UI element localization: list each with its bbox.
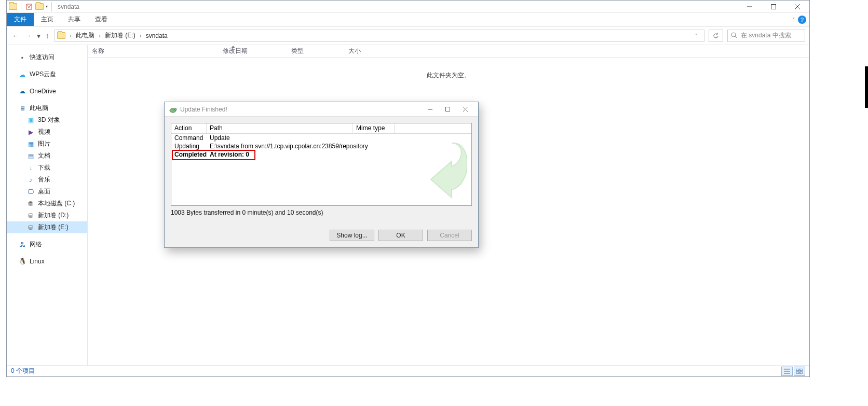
dialog-minimize-button[interactable] xyxy=(421,104,439,115)
svg-rect-17 xyxy=(445,107,450,111)
svg-line-6 xyxy=(735,36,737,38)
nav-drive-c[interactable]: ⛃本地磁盘 (C:) xyxy=(7,198,87,209)
folder-icon xyxy=(57,32,65,40)
qat-separator xyxy=(21,2,21,11)
update-log-list[interactable]: Action Path Mime type Command Update Upd… xyxy=(171,123,472,206)
col-size[interactable]: 大小 xyxy=(344,47,391,55)
list-row-completed[interactable]: Completed At revision: 0 xyxy=(171,150,471,159)
dialog-titlebar: Update Finished! xyxy=(165,102,478,117)
tab-home[interactable]: 主页 xyxy=(34,13,61,26)
view-icons-button[interactable] xyxy=(794,367,805,376)
minimize-button[interactable] xyxy=(738,1,762,13)
forward-button: → xyxy=(24,32,32,40)
refresh-button[interactable] xyxy=(709,30,723,42)
cloud-icon: ☁ xyxy=(18,71,26,79)
cropped-edge xyxy=(865,66,868,108)
breadcrumb-thispc[interactable]: 此电脑 xyxy=(76,31,94,40)
monitor-icon: 🖥 xyxy=(18,104,26,113)
back-button[interactable]: ← xyxy=(12,32,19,40)
tortoise-icon xyxy=(169,105,177,114)
showlog-button[interactable]: Show log... xyxy=(330,230,374,241)
col-name[interactable]: 名称 xyxy=(88,47,219,55)
address-row: ← → ▾ ↑ › 此电脑 › 新加卷 (E:) › svndata ˅ 在 s… xyxy=(7,26,809,45)
empty-folder-message: 此文件夹为空。 xyxy=(88,71,809,80)
svg-rect-2 xyxy=(771,4,776,9)
nav-drive-e[interactable]: ⛁新加卷 (E:) xyxy=(7,221,87,233)
nav-videos[interactable]: ▶视频 xyxy=(7,126,87,138)
nav-music[interactable]: ♪音乐 xyxy=(7,174,87,186)
svg-point-15 xyxy=(174,108,177,110)
nav-thispc[interactable]: 🖥此电脑 xyxy=(7,102,87,114)
col-mime[interactable]: Mime type xyxy=(353,123,395,133)
nav-quickaccess[interactable]: ⋆快速访问 xyxy=(7,51,87,63)
nav-linux[interactable]: 🐧Linux xyxy=(7,256,87,267)
statusbar: 0 个项目 xyxy=(7,365,809,376)
document-icon: ▤ xyxy=(26,152,35,160)
address-bar[interactable]: › 此电脑 › 新加卷 (E:) › svndata ˅ xyxy=(55,30,704,42)
breadcrumb-sep: › xyxy=(97,32,103,39)
download-icon: ↓ xyxy=(26,164,35,172)
video-icon: ▶ xyxy=(26,128,35,136)
svg-rect-13 xyxy=(800,372,803,374)
nav-drive-d[interactable]: ⛁新加卷 (D:) xyxy=(7,209,87,221)
col-path[interactable]: Path xyxy=(207,123,353,133)
address-dropdown-icon[interactable]: ˅ xyxy=(690,33,702,38)
col-type[interactable]: 类型 xyxy=(287,47,344,55)
ok-button[interactable]: OK xyxy=(378,230,423,241)
music-icon: ♪ xyxy=(26,176,35,184)
ribbon: 文件 主页 共享 查看 ˅ ? xyxy=(7,13,809,26)
svg-rect-12 xyxy=(796,372,799,374)
breadcrumb-folder[interactable]: svndata xyxy=(146,32,168,39)
titlebar: ▾ svndata xyxy=(7,1,809,13)
properties-qat-icon[interactable] xyxy=(25,3,33,11)
view-details-button[interactable] xyxy=(781,367,793,376)
column-header[interactable]: 名称 修改日期 类型 大小 xyxy=(88,45,809,58)
dialog-title: Update Finished! xyxy=(180,106,227,113)
cube-icon: ▣ xyxy=(26,116,35,124)
svg-rect-11 xyxy=(800,369,803,371)
desktop-icon: 🖵 xyxy=(26,188,35,196)
svg-rect-10 xyxy=(796,369,799,371)
nav-documents[interactable]: ▤文档 xyxy=(7,150,87,162)
tab-view[interactable]: 查看 xyxy=(88,13,115,26)
search-icon xyxy=(731,32,738,39)
tab-file[interactable]: 文件 xyxy=(7,13,34,26)
dialog-close-button[interactable] xyxy=(456,104,474,115)
recent-dropdown[interactable]: ▾ xyxy=(37,32,40,40)
help-icon[interactable]: ? xyxy=(798,16,806,24)
drive-icon: ⛁ xyxy=(26,212,35,220)
update-finished-dialog: Update Finished! Action Path Mime type C… xyxy=(164,102,479,248)
list-row[interactable]: Command Update xyxy=(171,134,471,142)
svg-point-5 xyxy=(731,33,736,37)
nav-pictures[interactable]: ▦图片 xyxy=(7,138,87,150)
status-item-count: 0 个项目 xyxy=(11,367,35,375)
nav-desktop[interactable]: 🖵桌面 xyxy=(7,186,87,198)
qat-separator-2 xyxy=(51,2,52,11)
tab-share[interactable]: 共享 xyxy=(61,13,88,26)
penguin-icon: 🐧 xyxy=(18,257,26,265)
newfolder-qat-icon[interactable] xyxy=(35,3,44,11)
up-button[interactable]: ↑ xyxy=(46,32,49,40)
nav-network[interactable]: 🖧网络 xyxy=(7,239,87,250)
search-placeholder: 在 svndata 中搜索 xyxy=(741,31,791,40)
search-input[interactable]: 在 svndata 中搜索 xyxy=(727,30,805,42)
col-action[interactable]: Action xyxy=(171,123,207,133)
maximize-button[interactable] xyxy=(762,1,785,13)
transfer-summary: 1003 Bytes transferred in 0 minute(s) an… xyxy=(171,209,472,216)
list-header[interactable]: Action Path Mime type xyxy=(171,123,471,134)
col-date[interactable]: 修改日期 xyxy=(219,47,287,55)
cloud-icon: ☁ xyxy=(18,87,26,95)
breadcrumb-sep: › xyxy=(67,32,74,39)
nav-downloads[interactable]: ↓下载 xyxy=(7,162,87,174)
ribbon-expand-icon[interactable]: ˅ xyxy=(793,17,795,22)
close-button[interactable] xyxy=(785,1,809,13)
nav-wpscloud[interactable]: ☁WPS云盘 xyxy=(7,68,87,80)
folder-icon xyxy=(9,3,17,11)
dialog-maximize-button[interactable] xyxy=(439,104,456,115)
breadcrumb-sep: › xyxy=(138,32,144,39)
nav-onedrive[interactable]: ☁OneDrive xyxy=(7,86,87,97)
nav-3dobjects[interactable]: ▣3D 对象 xyxy=(7,114,87,126)
breadcrumb-drive[interactable]: 新加卷 (E:) xyxy=(105,31,135,40)
qat-chevron-icon[interactable]: ▾ xyxy=(46,4,48,9)
list-row[interactable]: Updating E:\svndata from svn://1.tcp.vip… xyxy=(171,142,471,150)
